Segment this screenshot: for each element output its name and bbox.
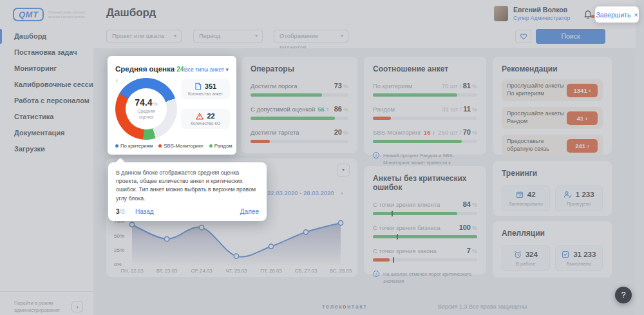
help-button[interactable]: ?	[615, 287, 632, 303]
document-icon	[194, 82, 202, 90]
legend-dot	[209, 144, 213, 148]
finish-tour-button[interactable]: Завершить×	[595, 6, 639, 23]
tour-text: В данном блоке отображается средняя оцен…	[116, 169, 259, 203]
average-score-widget: Средняя оценка24 ↑ Все типы анкет ▾ 74.4…	[108, 56, 236, 155]
critical-errors-card: 22 Количество КО	[181, 109, 230, 129]
warning-triangle-icon	[196, 113, 204, 120]
donut-caption: Средняя оценка	[132, 109, 160, 120]
tour-step-total: /8	[120, 208, 125, 215]
tour-tooltip: В данном блоке отображается средняя оцен…	[108, 162, 267, 221]
tour-back-link[interactable]: Назад	[135, 208, 154, 215]
survey-type-dropdown[interactable]: Все типы анкет ▾	[184, 66, 229, 73]
widget-title: Средняя оценка	[115, 65, 175, 73]
close-icon: ×	[634, 11, 638, 19]
average-score-donut-chart: 74.4% Средняя оценка	[115, 78, 177, 140]
donut-legend: По критериям SBS-Мониторинг Рандом	[115, 143, 232, 149]
tour-dim-overlay	[0, 0, 644, 315]
tour-next-link[interactable]: Далее	[240, 208, 259, 215]
legend-dot	[115, 144, 118, 148]
legend-dot	[158, 144, 162, 148]
surveys-count-card: 351 Количество анкет	[181, 79, 230, 99]
